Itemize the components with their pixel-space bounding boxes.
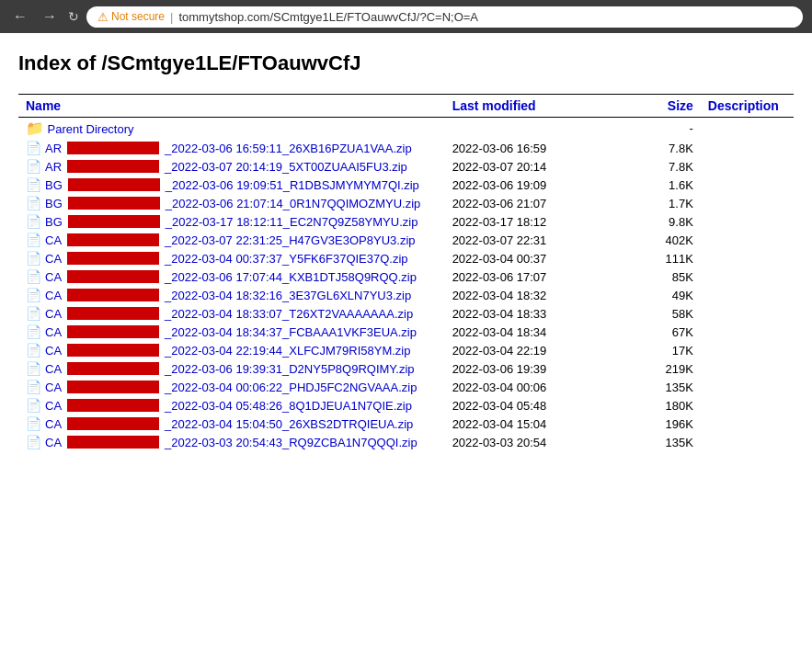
modified-column-header[interactable]: Last modified — [452, 98, 536, 113]
file-link[interactable]: 📄 AR_2022-03-06 16:59:11_26XB16PZUA1VAA.… — [26, 141, 438, 155]
desc-cell — [701, 378, 794, 396]
table-row: 📄 CA_2022-03-04 00:37:37_Y5FK6F37QIE37Q.… — [18, 249, 794, 267]
name-cell: 📄 CA_2022-03-04 22:19:44_XLFCJM79RI58YM.… — [18, 341, 445, 359]
table-row: 📄 BG_2022-03-06 21:07:14_0R1N7QQIMOZMYU.… — [18, 194, 794, 212]
table-header-row: Name Last modified Size Description — [18, 95, 794, 118]
file-link[interactable]: 📄 CA_2022-03-04 00:37:37_Y5FK6F37QIE37Q.… — [26, 251, 438, 266]
modified-cell: 2022-03-04 00:37 — [445, 249, 639, 267]
file-icon: 📄 — [26, 251, 41, 266]
size-cell: 9.8K — [638, 212, 700, 231]
modified-cell: 2022-03-04 00:06 — [445, 378, 639, 396]
modified-cell — [445, 118, 639, 140]
table-row: 📄 CA_2022-03-03 20:54:43_RQ9ZCBA1N7QQQI.… — [18, 433, 794, 451]
redacted-block — [68, 197, 160, 210]
redacted-block — [67, 289, 159, 301]
file-link[interactable]: 📄 BG_2022-03-17 18:12:11_EC2N7Q9Z58YMYU.… — [26, 214, 438, 229]
modified-cell: 2022-03-17 18:12 — [445, 212, 639, 231]
desc-cell — [701, 194, 794, 212]
file-icon: 📄 — [26, 435, 41, 449]
size-cell: 17K — [638, 341, 700, 359]
file-suffix: _2022-03-04 18:32:16_3E37GL6XLN7YU3.zip — [165, 289, 411, 302]
modified-cell: 2022-03-04 18:33 — [445, 304, 639, 323]
name-cell: 📄 CA_2022-03-07 22:31:25_H47GV3E3OP8YU3.… — [18, 231, 445, 249]
file-link[interactable]: 📄 CA_2022-03-03 20:54:43_RQ9ZCBA1N7QQQI.… — [26, 435, 438, 449]
size-cell: 58K — [638, 304, 700, 323]
desc-cell — [701, 286, 794, 304]
file-link[interactable]: 📄 CA_2022-03-04 15:04:50_26XBS2DTRQIEUA.… — [26, 416, 438, 431]
table-row: 📄 CA_2022-03-04 18:34:37_FCBAAA1VKF3EUA.… — [18, 323, 794, 341]
file-icon: 📄 — [26, 324, 41, 339]
name-cell: 📄 CA_2022-03-04 00:06:22_PHDJ5FC2NGVAAA.… — [18, 378, 445, 396]
file-prefix: CA — [45, 399, 62, 413]
parent-directory-link[interactable]: 📁 Parent Directory — [26, 122, 134, 136]
file-suffix: _2022-03-04 15:04:50_26XBS2DTRQIEUA.zip — [165, 417, 413, 431]
file-link[interactable]: 📄 CA_2022-03-06 17:07:44_KXB1DTJ58Q9RQQ.… — [26, 269, 438, 284]
name-cell: 📄 BG_2022-03-06 19:09:51_R1DBSJMYMYM7QI.… — [18, 176, 445, 194]
file-link[interactable]: 📄 BG_2022-03-06 21:07:14_0R1N7QQIMOZMYU.… — [26, 196, 438, 210]
modified-cell: 2022-03-06 21:07 — [445, 194, 639, 212]
redacted-block — [67, 417, 159, 430]
redacted-block — [67, 160, 159, 173]
file-icon: 📄 — [26, 416, 41, 431]
redacted-block — [67, 270, 159, 283]
file-link[interactable]: 📄 BG_2022-03-06 19:09:51_R1DBSJMYMYM7QI.… — [26, 177, 438, 192]
back-button[interactable]: ← — [9, 6, 31, 27]
table-row: 📄 CA_2022-03-04 00:06:22_PHDJ5FC2NGVAAA.… — [18, 378, 794, 396]
file-link[interactable]: 📄 CA_2022-03-04 18:33:07_T26XT2VAAAAAAA.… — [26, 306, 438, 321]
warning-icon: ⚠ — [97, 10, 109, 24]
size-cell: - — [638, 118, 700, 140]
table-row: 📄 BG_2022-03-17 18:12:11_EC2N7Q9Z58YMYU.… — [18, 212, 794, 231]
redacted-block — [67, 381, 159, 393]
file-link[interactable]: 📄 CA_2022-03-07 22:31:25_H47GV3E3OP8YU3.… — [26, 233, 438, 247]
desc-column-header[interactable]: Description — [708, 98, 779, 113]
modified-cell: 2022-03-07 20:14 — [445, 157, 639, 176]
redacted-block — [67, 399, 159, 412]
modified-cell: 2022-03-06 16:59 — [445, 139, 639, 157]
size-column-header[interactable]: Size — [668, 98, 693, 113]
name-column-header[interactable]: Name — [26, 98, 61, 113]
file-link[interactable]: 📄 CA_2022-03-06 19:39:31_D2NY5P8Q9RQIMY.… — [26, 361, 438, 376]
file-link[interactable]: 📄 CA_2022-03-04 22:19:44_XLFCJM79RI58YM.… — [26, 343, 438, 358]
file-link[interactable]: 📄 CA_2022-03-04 05:48:26_8Q1DJEUA1N7QIE.… — [26, 398, 438, 413]
reload-button[interactable]: ↻ — [68, 9, 79, 24]
file-suffix: _2022-03-04 00:06:22_PHDJ5FC2NGVAAA.zip — [165, 381, 417, 394]
file-prefix: CA — [45, 307, 62, 321]
file-link[interactable]: 📄 AR_2022-03-07 20:14:19_5XT00ZUAAI5FU3.… — [26, 159, 438, 174]
file-link[interactable]: 📄 CA_2022-03-04 00:06:22_PHDJ5FC2NGVAAA.… — [26, 380, 438, 394]
size-cell: 1.6K — [638, 176, 700, 194]
file-prefix: CA — [45, 381, 62, 394]
size-cell: 49K — [638, 286, 700, 304]
size-cell: 1.7K — [638, 194, 700, 212]
page-title: Index of /SCmtgye1LE/FTOauwvCfJ — [18, 51, 794, 75]
address-bar[interactable]: ⚠ Not secure | tommytshop.com/SCmtgye1LE… — [86, 6, 803, 28]
table-row: 📄 CA_2022-03-04 18:32:16_3E37GL6XLN7YU3.… — [18, 286, 794, 304]
desc-cell — [701, 212, 794, 231]
desc-cell — [701, 139, 794, 157]
file-link[interactable]: 📄 CA_2022-03-04 18:32:16_3E37GL6XLN7YU3.… — [26, 288, 438, 302]
file-prefix: CA — [45, 436, 62, 449]
file-icon: 📄 — [26, 361, 41, 376]
modified-cell: 2022-03-04 15:04 — [445, 415, 639, 433]
size-cell: 219K — [638, 359, 700, 378]
redacted-block — [67, 252, 159, 265]
directory-table: Name Last modified Size Description 📁 Pa… — [18, 94, 794, 451]
table-row: 📁 Parent Directory - — [18, 118, 794, 140]
name-cell: 📄 CA_2022-03-04 18:33:07_T26XT2VAAAAAAA.… — [18, 304, 445, 323]
forward-button[interactable]: → — [39, 6, 61, 27]
file-prefix: CA — [45, 289, 62, 302]
file-suffix: _2022-03-17 18:12:11_EC2N7Q9Z58YMYU.zip — [166, 215, 418, 229]
table-row: 📄 AR_2022-03-07 20:14:19_5XT00ZUAAI5FU3.… — [18, 157, 794, 176]
file-suffix: _2022-03-06 19:09:51_R1DBSJMYMYM7QI.zip — [166, 178, 419, 192]
desc-cell — [701, 118, 794, 140]
table-row: 📄 CA_2022-03-04 05:48:26_8Q1DJEUA1N7QIE.… — [18, 396, 794, 415]
size-cell: 67K — [638, 323, 700, 341]
file-suffix: _2022-03-04 18:33:07_T26XT2VAAAAAAA.zip — [165, 307, 413, 321]
separator: | — [170, 10, 173, 24]
table-row: 📄 CA_2022-03-04 22:19:44_XLFCJM79RI58YM.… — [18, 341, 794, 359]
file-link[interactable]: 📄 CA_2022-03-04 18:34:37_FCBAAA1VKF3EUA.… — [26, 324, 438, 339]
file-suffix: _2022-03-06 16:59:11_26XB16PZUA1VAA.zip — [165, 142, 412, 155]
desc-cell — [701, 359, 794, 378]
file-prefix: BG — [45, 215, 63, 229]
file-suffix: _2022-03-06 17:07:44_KXB1DTJ58Q9RQQ.zip — [165, 270, 417, 284]
desc-cell — [701, 341, 794, 359]
